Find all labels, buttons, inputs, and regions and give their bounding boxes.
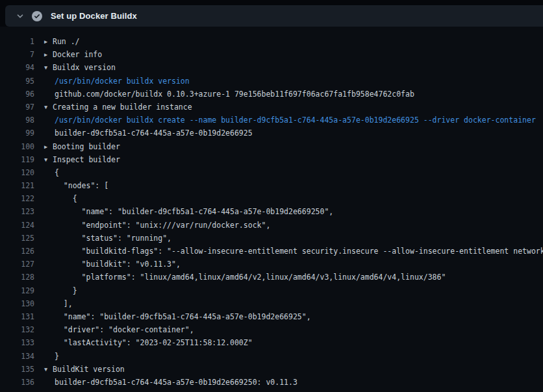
line-number[interactable]: 96 <box>0 88 34 101</box>
chevron-down-icon[interactable] <box>15 11 25 21</box>
triangle-down-icon: ▼ <box>44 61 53 74</box>
log-row: 126 "buildkitd-flags": "--allow-insecure… <box>0 245 543 258</box>
log-text: "platforms": "linux/amd64,linux/amd64/v2… <box>44 273 446 282</box>
log-row: 99 builder-d9cfb5a1-c764-445a-a57e-0b19d… <box>0 127 543 140</box>
log-row: 98 /usr/bin/docker buildx create --name … <box>0 114 543 127</box>
log-lines: 1 ▶Run ./ 7 ▶Docker info 94 ▼Buildx vers… <box>0 35 543 389</box>
triangle-down-icon: ▼ <box>44 153 53 166</box>
line-number[interactable]: 123 <box>0 205 34 218</box>
line-number[interactable]: 121 <box>0 179 34 192</box>
log-text: /usr/bin/docker buildx version <box>44 77 190 86</box>
log-row: 125 "status": "running", <box>0 232 543 245</box>
line-number[interactable]: 125 <box>0 232 34 245</box>
triangle-right-icon: ▶ <box>44 140 53 153</box>
log-text: BuildKit version <box>53 365 125 374</box>
step-title: Set up Docker Buildx <box>51 11 137 21</box>
line-number[interactable]: 95 <box>0 75 34 88</box>
line-number[interactable]: 100 <box>0 140 34 153</box>
triangle-right-icon: ▶ <box>44 35 53 48</box>
log-text: Creating a new builder instance <box>53 103 192 112</box>
log-row: 136 builder-d9cfb5a1-c764-445a-a57e-0b19… <box>0 376 543 389</box>
log-text: "name": "builder-d9cfb5a1-c764-445a-a57e… <box>44 312 311 321</box>
line-number[interactable]: 128 <box>0 271 34 284</box>
log-row: 122 { <box>0 192 543 205</box>
log-text: builder-d9cfb5a1-c764-445a-a57e-0b19d2e6… <box>44 378 297 387</box>
log-text: { <box>44 194 77 203</box>
log-text: "driver": "docker-container", <box>44 325 194 334</box>
log-text: "lastActivity": "2023-02-25T11:58:12.000… <box>44 338 253 347</box>
check-circle-icon <box>32 11 42 21</box>
log-text: "endpoint": "unix:///var/run/docker.sock… <box>44 221 270 230</box>
log-row: 120 { <box>0 166 543 179</box>
line-number[interactable]: 131 <box>0 310 34 323</box>
log-group-row[interactable]: 100 ▶Booting builder <box>0 140 543 153</box>
log-group-row[interactable]: 97 ▼Creating a new builder instance <box>0 101 543 114</box>
log-text: } <box>44 286 77 295</box>
line-number[interactable]: 126 <box>0 245 34 258</box>
log-row: 128 "platforms": "linux/amd64,linux/amd6… <box>0 271 543 284</box>
line-number[interactable]: 98 <box>0 114 34 127</box>
line-number[interactable]: 134 <box>0 350 34 363</box>
log-row: 121 "nodes": [ <box>0 179 543 192</box>
log-text: Run ./ <box>53 37 80 46</box>
log-group-row[interactable]: 135 ▼BuildKit version <box>0 363 543 376</box>
line-number[interactable]: 132 <box>0 323 34 336</box>
log-text: "buildkit": "v0.11.3", <box>44 260 181 269</box>
log-text: } <box>44 352 59 361</box>
line-number[interactable]: 94 <box>0 61 34 74</box>
line-number[interactable]: 127 <box>0 258 34 271</box>
line-number[interactable]: 119 <box>0 153 34 166</box>
log-row: 134 } <box>0 350 543 363</box>
line-number[interactable]: 120 <box>0 166 34 179</box>
log-row: 133 "lastActivity": "2023-02-25T11:58:12… <box>0 336 543 349</box>
log-group-row[interactable]: 119 ▼Inspect builder <box>0 153 543 166</box>
log-text: Inspect builder <box>53 155 120 164</box>
log-row: 132 "driver": "docker-container", <box>0 323 543 336</box>
log-text: "nodes": [ <box>44 181 108 190</box>
triangle-right-icon: ▶ <box>44 48 53 61</box>
log-row: 129 } <box>0 284 543 297</box>
line-number[interactable]: 97 <box>0 101 34 114</box>
line-number[interactable]: 124 <box>0 219 34 232</box>
line-number[interactable]: 136 <box>0 376 34 389</box>
log-text: Docker info <box>53 50 102 59</box>
log-text: builder-d9cfb5a1-c764-445a-a57e-0b19d2e6… <box>44 129 253 138</box>
log-text: "status": "running", <box>44 234 171 243</box>
step-header[interactable]: Set up Docker Buildx <box>5 5 543 27</box>
triangle-down-icon: ▼ <box>44 363 53 376</box>
log-row: 96 github.com/docker/buildx 0.10.3+azure… <box>0 88 543 101</box>
line-number[interactable]: 1 <box>0 35 34 48</box>
log-text: "buildkitd-flags": "--allow-insecure-ent… <box>44 247 543 256</box>
log-text: ], <box>44 299 73 308</box>
log-text: { <box>44 168 59 177</box>
line-number[interactable]: 133 <box>0 336 34 349</box>
log-row: 123 "name": "builder-d9cfb5a1-c764-445a-… <box>0 205 543 218</box>
log-text: Buildx version <box>53 63 116 72</box>
log-text: github.com/docker/buildx 0.10.3+azure-1 … <box>44 90 414 99</box>
log-text: /usr/bin/docker buildx create --name bui… <box>44 116 536 125</box>
line-number[interactable]: 7 <box>0 48 34 61</box>
triangle-down-icon: ▼ <box>44 101 53 114</box>
log-row: 124 "endpoint": "unix:///var/run/docker.… <box>0 219 543 232</box>
log-row: 130 ], <box>0 297 543 310</box>
log-row: 127 "buildkit": "v0.11.3", <box>0 258 543 271</box>
line-number[interactable]: 135 <box>0 363 34 376</box>
log-group-row[interactable]: 94 ▼Buildx version <box>0 61 543 74</box>
log-group-row[interactable]: 7 ▶Docker info <box>0 48 543 61</box>
log-text: "name": "builder-d9cfb5a1-c764-445a-a57e… <box>44 207 333 216</box>
log-container[interactable]: 1 ▶Run ./ 7 ▶Docker info 94 ▼Buildx vers… <box>0 27 543 392</box>
line-number[interactable]: 130 <box>0 297 34 310</box>
log-row: 131 "name": "builder-d9cfb5a1-c764-445a-… <box>0 310 543 323</box>
log-group-row[interactable]: 1 ▶Run ./ <box>0 35 543 48</box>
line-number[interactable]: 122 <box>0 192 34 205</box>
line-number[interactable]: 99 <box>0 127 34 140</box>
log-row: 95 /usr/bin/docker buildx version <box>0 75 543 88</box>
log-text: Booting builder <box>53 142 120 151</box>
line-number[interactable]: 129 <box>0 284 34 297</box>
